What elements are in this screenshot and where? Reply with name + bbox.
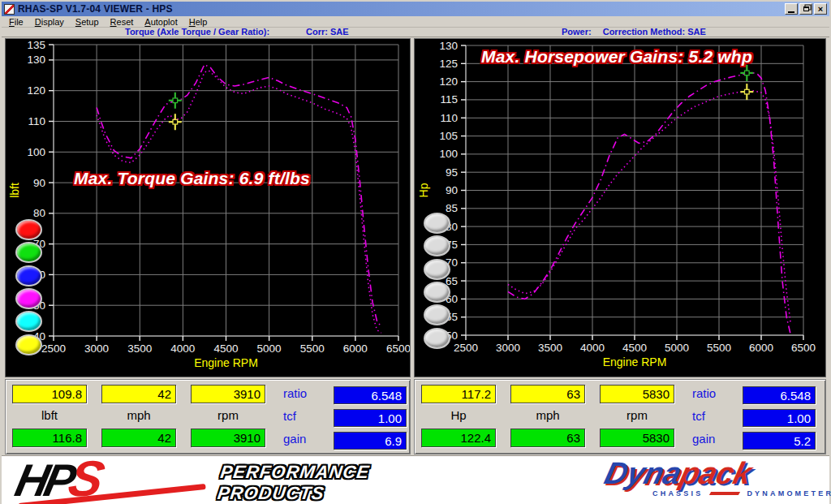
power-baseline-hp: 117.2 [421, 385, 496, 403]
svg-text:3000: 3000 [496, 342, 520, 354]
close-icon: × [818, 5, 823, 13]
torque-header-label: Torque (Axle Torque / Gear Ratio): [125, 27, 269, 37]
power-unit-label: Hp [421, 408, 496, 422]
svg-text:6500: 6500 [791, 342, 816, 354]
power-trace-button-4[interactable] [424, 304, 450, 325]
torque-gain-value: 6.9 [334, 432, 407, 450]
svg-text:90: 90 [33, 177, 45, 189]
power-mph-label: mph [510, 408, 585, 422]
power-baseline-rpm: 5830 [600, 385, 674, 403]
restore-button[interactable] [799, 3, 812, 15]
torque-modified-lbft: 116.8 [12, 429, 87, 447]
titlebar[interactable]: RHAS-SP V1.7-04 VIEWER - HPS × [2, 2, 829, 16]
svg-text:2500: 2500 [454, 342, 478, 354]
dynapack-logo: Dynapack CHASSIS DYNAMOMETERS [605, 458, 831, 498]
power-readout-panel: 117.2 63 5830 Hp mph rpm 122.4 63 5830 r… [414, 379, 826, 454]
svg-text:5500: 5500 [300, 342, 325, 355]
torque-chart-panel: 4050607080901001101201301352500300035004… [5, 38, 411, 377]
menu-item-help[interactable]: Help [183, 17, 213, 27]
power-rpm-label: rpm [600, 408, 674, 422]
svg-text:120: 120 [27, 84, 45, 97]
restore-icon [803, 6, 809, 11]
dynapack-dyna-text: Dyna [601, 456, 685, 490]
power-trace-button-0[interactable] [424, 213, 450, 234]
logo-strip: HPS PERFORMANCE PRODUCTS Dynapack CHASSI… [2, 455, 829, 504]
torque-tcf-label: tcf [283, 409, 296, 423]
power-modified-mph: 63 [510, 429, 585, 447]
hps-line1: PERFORMANCE [219, 462, 371, 483]
menu-item-autoplot[interactable]: Autoplot [139, 17, 183, 27]
torque-trace-button-3[interactable] [15, 288, 42, 309]
svg-text:6000: 6000 [343, 342, 368, 355]
svg-text:135: 135 [27, 39, 45, 51]
svg-text:100: 100 [439, 148, 458, 160]
menu-item-setup[interactable]: Setup [70, 17, 105, 27]
power-header-label: Power: [562, 27, 592, 37]
svg-text:130: 130 [439, 40, 458, 52]
chart-headers: Torque (Axle Torque / Gear Ratio): Corr:… [2, 28, 829, 37]
window-title: RHAS-SP V1.7-04 VIEWER - HPS [18, 3, 173, 15]
dynapack-underline [709, 492, 740, 495]
power-correction-label: Correction Method: SAE [603, 27, 706, 37]
torque-baseline-rpm: 3910 [191, 385, 265, 403]
menu-item-reset[interactable]: Reset [105, 17, 140, 27]
svg-text:Engine RPM: Engine RPM [194, 356, 258, 369]
minimize-button[interactable] [785, 3, 798, 15]
power-modified-hp: 122.4 [421, 429, 496, 447]
dynapack-dynamometers-text: DYNAMOMETERS [747, 489, 831, 498]
torque-trace-button-0[interactable] [15, 219, 42, 240]
svg-text:4500: 4500 [213, 342, 238, 355]
svg-text:85: 85 [446, 202, 458, 214]
power-gain-value: 5.2 [743, 432, 816, 450]
power-ratio-value: 6.548 [743, 386, 816, 404]
dynapack-pack-text: pack [677, 456, 756, 490]
torque-baseline-lbft: 109.8 [12, 385, 87, 403]
torque-ratio-value: 6.548 [334, 386, 407, 404]
menubar: FileDisplaySetupResetAutoplotHelp [2, 16, 829, 28]
power-trace-button-3[interactable] [424, 282, 450, 303]
power-trace-button-2[interactable] [424, 259, 450, 280]
power-modified-rpm: 5830 [600, 429, 674, 447]
torque-modified-mph: 42 [101, 429, 176, 447]
torque-gains-annotation: Max. Torque Gains: 6.9 ft/lbs [74, 169, 310, 188]
svg-text:110: 110 [28, 115, 45, 127]
menu-item-display[interactable]: Display [29, 17, 70, 27]
power-chart-panel: 5055606570758085909510010511011512012513… [414, 38, 826, 377]
hps-performance-text: PERFORMANCE PRODUCTS [216, 462, 371, 504]
minimize-icon [788, 11, 794, 13]
svg-text:105: 105 [439, 130, 458, 142]
svg-text:Hp: Hp [417, 183, 430, 197]
svg-text:110: 110 [440, 112, 458, 124]
torque-tcf-value: 1.00 [334, 409, 407, 427]
svg-text:3500: 3500 [538, 342, 562, 354]
power-gain-label: gain [692, 432, 715, 446]
svg-text:3000: 3000 [84, 342, 109, 355]
torque-baseline-mph: 42 [101, 385, 176, 403]
torque-unit-label: lbft [12, 408, 87, 422]
torque-modified-rpm: 3910 [191, 429, 265, 447]
svg-text:90: 90 [446, 184, 458, 196]
power-gains-annotation: Max. Horsepower Gains: 5.2 whp [481, 47, 752, 67]
torque-trace-button-4[interactable] [15, 311, 42, 332]
power-trace-button-5[interactable] [424, 328, 450, 349]
torque-rpm-label: rpm [191, 408, 265, 422]
power-ratio-label: ratio [692, 386, 716, 400]
menu-item-file[interactable]: File [3, 17, 29, 27]
torque-trace-button-5[interactable] [15, 334, 42, 355]
torque-ratio-label: ratio [283, 386, 307, 400]
svg-text:lbft: lbft [8, 183, 21, 198]
svg-text:Engine RPM: Engine RPM [603, 355, 667, 368]
close-button[interactable]: × [814, 3, 827, 15]
svg-text:4000: 4000 [580, 342, 605, 354]
app-window: RHAS-SP V1.7-04 VIEWER - HPS × FileDispl… [0, 0, 831, 504]
power-tcf-label: tcf [692, 409, 705, 423]
svg-text:115: 115 [440, 93, 458, 106]
svg-text:95: 95 [446, 166, 458, 179]
torque-trace-button-2[interactable] [15, 265, 42, 286]
svg-text:120: 120 [439, 75, 458, 88]
svg-text:2500: 2500 [41, 342, 66, 355]
power-baseline-mph: 63 [510, 385, 585, 403]
svg-text:130: 130 [27, 54, 45, 66]
svg-text:5000: 5000 [257, 342, 282, 355]
torque-mph-label: mph [101, 408, 176, 422]
